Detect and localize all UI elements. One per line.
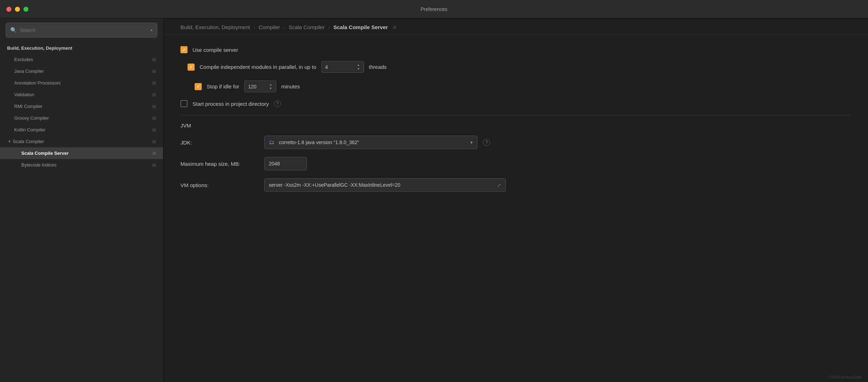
- jvm-divider: [180, 115, 851, 115]
- search-icon: 🔍: [10, 27, 17, 33]
- maximize-button[interactable]: [23, 7, 28, 12]
- breadcrumb-sep-2: ›: [283, 24, 285, 30]
- breadcrumb-bed: Build, Execution, Deployment: [180, 24, 250, 30]
- sidebar-item-icon-excludes: ⊟: [152, 57, 156, 62]
- minutes-spinner[interactable]: ▲ ▼: [269, 83, 272, 90]
- jvm-section-label: JVM: [180, 122, 851, 129]
- sidebar-item-annotation-processors[interactable]: Annotation Processors ⊟: [0, 77, 163, 89]
- stop-idle-checkbox[interactable]: ✓: [195, 83, 202, 90]
- search-dropdown-arrow[interactable]: ▾: [151, 28, 153, 33]
- jdk-label: JDK:: [180, 140, 259, 146]
- heap-size-input[interactable]: 2048: [264, 157, 307, 170]
- minutes-label: minutes: [281, 83, 300, 89]
- sidebar-item-label: Excludes: [14, 57, 33, 62]
- title-bar: Preferences: [0, 0, 868, 18]
- settings-body: ✓ Use compile server ✓ Compile independe…: [163, 35, 868, 382]
- sidebar-item-icon-annotation: ⊟: [152, 81, 156, 86]
- sidebar-item-excludes[interactable]: Excludes ⊟: [0, 54, 163, 65]
- watermark: CSDN @JavaEdge.: [829, 375, 863, 379]
- sidebar-section-header: Build, Execution, Deployment: [0, 43, 163, 54]
- vm-options-row: VM options: server -Xss2m -XX:+UseParall…: [180, 178, 851, 192]
- use-compile-server-label: Use compile server: [192, 47, 238, 53]
- jdk-row: JDK: 🗂 corretto-1.8 java version "1.8.0_…: [180, 136, 851, 149]
- sidebar: 🔍 ▾ Build, Execution, Deployment Exclude…: [0, 18, 163, 382]
- start-process-checkbox[interactable]: [180, 100, 188, 107]
- stop-idle-row: ✓ Stop if idle for 120 ▲ ▼ minutes: [180, 81, 851, 92]
- threads-value: 4: [325, 64, 328, 70]
- sidebar-item-validation[interactable]: Validation ⊟: [0, 89, 163, 100]
- breadcrumb-icon: ⊟: [393, 25, 396, 30]
- minimize-button[interactable]: [15, 7, 20, 12]
- idle-minutes-value: 120: [248, 84, 256, 89]
- start-process-row: Start process in project directory ?: [180, 100, 851, 107]
- checkmark-icon-3: ✓: [196, 84, 200, 89]
- threads-spinner[interactable]: ▲ ▼: [357, 63, 360, 71]
- vm-options-expand-icon[interactable]: ⤢: [497, 182, 501, 188]
- sidebar-item-label: Validation: [14, 92, 34, 97]
- threads-label: threads: [369, 64, 387, 70]
- checkmark-icon: ✓: [182, 47, 186, 53]
- sidebar-item-scala-compiler[interactable]: ▾ Scala Compiler ⊟: [0, 136, 163, 147]
- threads-input[interactable]: 4 ▲ ▼: [321, 61, 364, 73]
- sidebar-item-label: Groovy Compiler: [14, 115, 49, 121]
- vm-options-value: server -Xss2m -XX:+UseParallelGC -XX:Max…: [269, 182, 400, 188]
- jdk-folder-icon: 🗂: [269, 139, 275, 146]
- sidebar-item-icon-validation: ⊟: [152, 92, 156, 97]
- vm-options-label: VM options:: [180, 182, 259, 188]
- compile-parallel-label: Compile independent modules in parallel,…: [200, 64, 316, 70]
- sidebar-item-label: Bytecode Indices: [21, 162, 56, 168]
- sidebar-item-icon-groovy: ⊟: [152, 116, 156, 121]
- spinner-up-icon-2[interactable]: ▲: [269, 83, 272, 86]
- sidebar-item-groovy-compiler[interactable]: Groovy Compiler ⊟: [0, 112, 163, 124]
- content-area: Build, Execution, Deployment › Compiler …: [163, 18, 868, 382]
- spinner-down-icon[interactable]: ▼: [357, 67, 360, 71]
- compile-parallel-row: ✓ Compile independent modules in paralle…: [180, 61, 851, 73]
- breadcrumb-compiler: Compiler: [259, 24, 280, 30]
- sidebar-item-label: Java Compiler: [14, 69, 44, 74]
- heap-size-value: 2048: [269, 161, 280, 167]
- sidebar-item-label: Scala Compiler: [13, 139, 44, 144]
- window-controls: [6, 7, 28, 12]
- jdk-select-content: 🗂 corretto-1.8 java version "1.8.0_362": [269, 139, 359, 146]
- breadcrumb-sep-1: ›: [254, 24, 255, 30]
- search-input[interactable]: [20, 27, 148, 33]
- start-process-help-icon[interactable]: ?: [274, 100, 281, 107]
- sidebar-item-bytecode-indices[interactable]: Bytecode Indices ⊟: [0, 159, 163, 171]
- stop-idle-label: Stop if idle for: [207, 83, 239, 89]
- close-button[interactable]: [6, 7, 11, 12]
- jdk-value: corretto-1.8 java version "1.8.0_362": [279, 140, 359, 145]
- sidebar-item-rmi-compiler[interactable]: RMI Compiler ⊟: [0, 100, 163, 112]
- search-box[interactable]: 🔍 ▾: [6, 23, 157, 38]
- sidebar-item-kotlin-compiler[interactable]: Kotlin Compiler ⊟: [0, 124, 163, 136]
- collapse-arrow-icon: ▾: [9, 139, 11, 144]
- sidebar-item-java-compiler[interactable]: Java Compiler ⊟: [0, 65, 163, 77]
- sidebar-item-label: Scala Compile Server: [21, 151, 69, 156]
- heap-size-label: Maximum heap size, MB:: [180, 161, 259, 167]
- sidebar-item-icon-bytecode: ⊟: [152, 163, 156, 168]
- sidebar-item-icon-rmi: ⊟: [152, 104, 156, 109]
- sidebar-item-label: RMI Compiler: [14, 104, 42, 109]
- sidebar-item-icon-kotlin: ⊟: [152, 127, 156, 132]
- sidebar-item-label: Annotation Processors: [14, 80, 61, 86]
- jdk-help-icon[interactable]: ?: [483, 139, 490, 146]
- compile-parallel-checkbox[interactable]: ✓: [188, 64, 195, 71]
- use-compile-server-checkbox[interactable]: ✓: [180, 46, 188, 53]
- spinner-up-icon[interactable]: ▲: [357, 63, 360, 67]
- breadcrumb-scala-compiler: Scala Compiler: [289, 24, 325, 30]
- sidebar-item-scala-compile-server[interactable]: Scala Compile Server ⊟: [0, 147, 163, 159]
- spinner-down-icon-2[interactable]: ▼: [269, 87, 272, 90]
- main-layout: 🔍 ▾ Build, Execution, Deployment Exclude…: [0, 18, 868, 382]
- checkmark-icon-2: ✓: [189, 64, 193, 70]
- jdk-chevron-icon: ▾: [470, 140, 473, 145]
- breadcrumb-scala-compile-server: Scala Compile Server: [333, 24, 388, 30]
- jdk-select[interactable]: 🗂 corretto-1.8 java version "1.8.0_362" …: [264, 136, 477, 149]
- sidebar-item-icon-java-compiler: ⊟: [152, 69, 156, 74]
- start-process-label: Start process in project directory: [192, 101, 269, 107]
- heap-size-row: Maximum heap size, MB: 2048: [180, 157, 851, 170]
- sidebar-item-icon-scala: ⊟: [152, 139, 156, 144]
- breadcrumb: Build, Execution, Deployment › Compiler …: [163, 18, 868, 35]
- idle-minutes-input[interactable]: 120 ▲ ▼: [244, 81, 276, 92]
- vm-options-input[interactable]: server -Xss2m -XX:+UseParallelGC -XX:Max…: [264, 178, 506, 192]
- sidebar-item-icon-compile-server: ⊟: [152, 151, 156, 156]
- breadcrumb-sep-3: ›: [328, 24, 330, 30]
